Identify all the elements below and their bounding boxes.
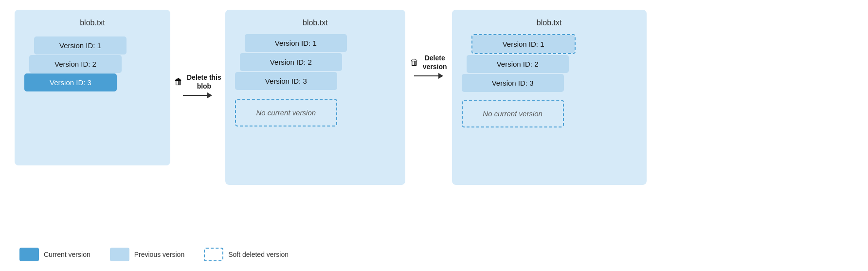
legend-label-current: Current version xyxy=(44,251,90,258)
legend-item-current: Current version xyxy=(19,248,90,261)
diagram1-versions: Version ID: 1 Version ID: 2 Version ID: … xyxy=(24,36,122,114)
diagram3-container: blob.txt Version ID: 1 Version ID: 2 Ver… xyxy=(452,10,647,185)
diagram2-title: blob.txt xyxy=(235,18,396,27)
action1-label: Delete thisblob xyxy=(187,73,221,90)
action2-arrow xyxy=(414,73,443,79)
trash-icon-2: 🗑 xyxy=(410,57,419,68)
diagram3-versions: Version ID: 1 Version ID: 2 Version ID: … xyxy=(462,34,576,92)
legend-box-current xyxy=(19,248,39,261)
legend-box-previous xyxy=(110,248,129,261)
diagram3-version1: Version ID: 1 xyxy=(472,35,575,53)
trash-icon-1: 🗑 xyxy=(174,77,183,87)
diagram3-title: blob.txt xyxy=(462,18,637,27)
legend-label-soft-deleted: Soft deleted version xyxy=(228,251,289,258)
action1-arrow xyxy=(183,92,212,98)
legend-item-previous: Previous version xyxy=(110,248,185,261)
diagram3-version2: Version ID: 2 xyxy=(467,55,569,73)
diagram2-version1: Version ID: 1 xyxy=(245,34,347,52)
diagram1-version3: Version ID: 3 xyxy=(24,73,117,91)
legend-label-previous: Previous version xyxy=(134,251,185,258)
diagram2-container: blob.txt Version ID: 1 Version ID: 2 Ver… xyxy=(225,10,405,185)
action2-group: 🗑 Deleteversion xyxy=(405,54,452,79)
main-diagrams-area: blob.txt Version ID: 1 Version ID: 2 Ver… xyxy=(15,10,853,240)
action2-label: Deleteversion xyxy=(423,54,447,71)
diagram1-version1: Version ID: 1 xyxy=(34,36,127,54)
diagram1-container: blob.txt Version ID: 1 Version ID: 2 Ver… xyxy=(15,10,170,165)
diagram3-no-current: No current version xyxy=(462,100,564,127)
diagram2-no-current: No current version xyxy=(235,99,337,126)
action1-group: 🗑 Delete thisblob xyxy=(170,73,225,98)
diagram1-title: blob.txt xyxy=(24,18,161,27)
diagram1-version2: Version ID: 2 xyxy=(29,55,122,73)
diagram2-versions: Version ID: 1 Version ID: 2 Version ID: … xyxy=(235,34,347,91)
legend-item-soft-deleted: Soft deleted version xyxy=(204,248,289,261)
legend: Current version Previous version Soft de… xyxy=(15,248,853,261)
legend-box-soft-deleted xyxy=(204,248,223,261)
diagram3-version1-wrap: Version ID: 1 xyxy=(471,34,576,54)
diagram3-version3: Version ID: 3 xyxy=(462,74,564,92)
diagram2-version2: Version ID: 2 xyxy=(240,53,342,71)
diagram2-version3: Version ID: 3 xyxy=(235,72,337,90)
